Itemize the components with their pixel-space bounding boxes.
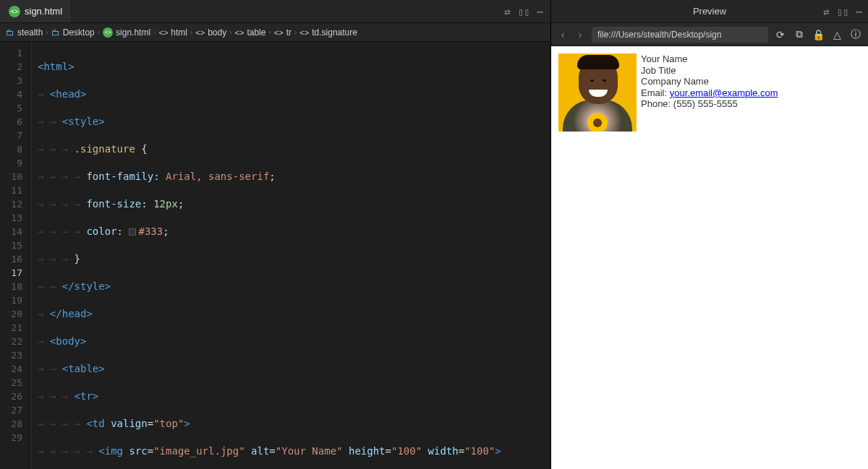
reload-icon[interactable]: ⟳ <box>774 29 787 40</box>
phone-value: (555) 555-5555 <box>673 98 738 109</box>
breadcrumb-item[interactable]: <>sign.html <box>103 27 150 38</box>
code-editor[interactable]: 1234567891011121314151617181920212223242… <box>0 42 550 469</box>
breadcrumb-separator: › <box>229 28 231 36</box>
editor-tab-actions: ⇄ ▯▯ ⋯ <box>504 6 550 17</box>
editor-tab-bar: <> sign.html ⇄ ▯▯ ⋯ <box>0 0 550 23</box>
breadcrumb-separator: › <box>98 28 100 36</box>
editor-tab-label: sign.html <box>25 6 62 17</box>
breadcrumb-separator: › <box>190 28 192 36</box>
breadcrumb-item[interactable]: <>tr <box>274 27 292 38</box>
preview-tab-bar: Preview ⇄ ▯▯ ⋯ <box>551 0 868 23</box>
signature-image <box>558 53 637 132</box>
signature-preview: Your Name Job Title Company Name Email: … <box>558 53 861 132</box>
signature-info: Your Name Job Title Company Name Email: … <box>641 53 778 132</box>
editor-tab[interactable]: <> sign.html <box>0 0 72 22</box>
breadcrumb-label: stealth <box>17 27 43 38</box>
devtools-icon[interactable]: △ <box>830 29 843 40</box>
breadcrumb-label: body <box>208 27 226 38</box>
nav-back-icon[interactable]: ‹ <box>557 29 569 40</box>
signature-email-line: Email: your.email@example.com <box>641 87 778 99</box>
compare-changes-icon[interactable]: ⇄ <box>823 6 829 17</box>
folder-icon: 🗀 <box>51 27 60 38</box>
more-icon[interactable]: ⋯ <box>537 6 543 17</box>
tag-icon: <> <box>195 28 205 37</box>
phone-label: Phone: <box>641 98 673 109</box>
folder-icon: 🗀 <box>6 27 14 38</box>
preview-tab-actions: ⇄ ▯▯ ⋯ <box>823 6 862 17</box>
breadcrumb-label: tr <box>286 27 292 38</box>
more-icon[interactable]: ⋯ <box>856 6 862 17</box>
tag-icon: <> <box>235 28 244 37</box>
tag-icon: <> <box>274 28 284 37</box>
breadcrumb-item[interactable]: 🗀Desktop <box>51 27 95 38</box>
breadcrumb-item[interactable]: <>table <box>235 27 266 38</box>
html-file-icon: <> <box>9 6 20 17</box>
html-file-icon: <> <box>103 27 113 38</box>
compare-changes-icon[interactable]: ⇄ <box>504 6 510 17</box>
breadcrumb-label: Desktop <box>63 27 95 38</box>
open-external-icon[interactable]: ⧉ <box>793 28 806 40</box>
email-label: Email: <box>641 87 670 98</box>
breadcrumb-item[interactable]: <>td.signature <box>299 27 357 38</box>
nav-forward-icon[interactable]: › <box>574 29 586 40</box>
preview-toolbar: ‹ › file:///Users/stealth/Desktop/sign ⟳… <box>551 23 868 46</box>
breadcrumb-label: html <box>171 27 187 38</box>
url-bar[interactable]: file:///Users/stealth/Desktop/sign <box>592 27 768 43</box>
signature-phone-line: Phone: (555) 555-5555 <box>641 98 778 110</box>
split-editor-icon[interactable]: ▯▯ <box>837 6 849 17</box>
tag-icon: <> <box>158 28 168 37</box>
breadcrumb-item[interactable]: <>body <box>195 27 226 38</box>
breadcrumb-separator: › <box>46 28 48 36</box>
editor-pane: <> sign.html ⇄ ▯▯ ⋯ 🗀stealth › 🗀Desktop … <box>0 0 551 469</box>
breadcrumb-separator: › <box>294 28 297 36</box>
breadcrumbs: 🗀stealth › 🗀Desktop › <>sign.html › <>ht… <box>0 23 550 42</box>
signature-name: Your Name <box>641 53 778 65</box>
signature-company: Company Name <box>641 76 778 87</box>
url-text: file:///Users/stealth/Desktop/sign <box>597 30 721 40</box>
preview-body: Your Name Job Title Company Name Email: … <box>551 46 868 469</box>
preview-pane: Preview ⇄ ▯▯ ⋯ ‹ › file:///Users/stealth… <box>551 0 868 469</box>
signature-email-link[interactable]: your.email@example.com <box>670 87 778 98</box>
line-number-gutter: 1234567891011121314151617181920212223242… <box>0 42 32 469</box>
breadcrumb-separator: › <box>153 28 156 36</box>
tag-icon: <> <box>299 28 309 37</box>
lock-icon[interactable]: 🔒 <box>812 29 825 40</box>
breadcrumb-label: td.signature <box>312 27 357 38</box>
breadcrumb-item[interactable]: 🗀stealth <box>6 27 43 38</box>
breadcrumb-label: table <box>247 27 265 38</box>
breadcrumb-label: sign.html <box>116 27 150 38</box>
signature-title: Job Title <box>641 65 778 77</box>
breadcrumb-item[interactable]: <>html <box>158 27 187 38</box>
breadcrumb-separator: › <box>268 28 271 36</box>
split-editor-icon[interactable]: ▯▯ <box>518 6 530 17</box>
preview-tab-label[interactable]: Preview <box>693 6 726 17</box>
code-content[interactable]: <html> → <head> → → <style> → → → .signa… <box>32 42 550 469</box>
info-icon[interactable]: ⓘ <box>849 28 862 41</box>
